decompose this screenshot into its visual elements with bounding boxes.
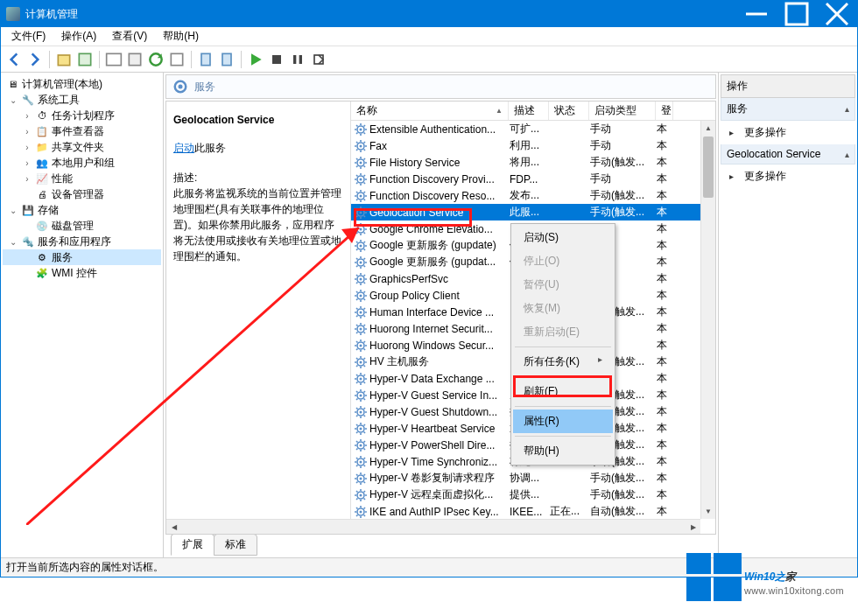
tree-system-tools[interactable]: ⌄🔧系统工具 (3, 92, 161, 108)
nav-tree[interactable]: 🖥计算机管理(本地) ⌄🔧系统工具 ›⏱任务计划程序 ›📋事件查看器 ›📁共享文… (1, 73, 164, 557)
svg-line-236 (356, 481, 358, 483)
tree-event-viewer[interactable]: ›📋事件查看器 (3, 123, 161, 139)
tab-standard[interactable]: 标准 (214, 534, 257, 556)
restart-button[interactable] (309, 50, 328, 69)
svg-point-219 (360, 460, 362, 463)
tree-services[interactable]: ⚙服务 (3, 249, 161, 265)
tree-performance[interactable]: ›📈性能 (3, 171, 161, 186)
properties-button[interactable] (75, 50, 95, 69)
back-button[interactable] (4, 50, 24, 69)
tree-root[interactable]: 🖥计算机管理(本地) (3, 76, 161, 92)
menu-view[interactable]: 查看(V) (105, 27, 154, 46)
service-row[interactable]: Hyper-V 远程桌面虚拟化...提供...手动(触发...本 (351, 486, 715, 503)
gear-icon (354, 372, 368, 386)
menu-file[interactable]: 文件(F) (4, 27, 53, 46)
col-status[interactable]: 状态 (549, 102, 589, 120)
horizontal-scrollbar[interactable]: ◀ ▶ (166, 519, 700, 534)
stop-button[interactable] (267, 50, 286, 69)
pause-button[interactable] (288, 50, 307, 69)
collapse-icon[interactable]: ⌄ (8, 95, 18, 105)
tree-disk-management[interactable]: 💿磁盘管理 (3, 218, 161, 234)
service-row[interactable]: Hyper-V 卷影复制请求程序协调...手动(触发...本 (351, 470, 715, 486)
tab-extended[interactable]: 扩展 (171, 534, 214, 556)
svg-rect-5 (79, 53, 90, 65)
tree-shared-folders[interactable]: ›📁共享文件夹 (3, 139, 161, 155)
tree-task-scheduler[interactable]: ›⏱任务计划程序 (3, 108, 161, 123)
actions-section-selected[interactable]: Geolocation Service▴ (721, 144, 855, 164)
tree-storage[interactable]: ⌄💾存储 (3, 202, 161, 218)
window-title: 计算机管理 (25, 7, 736, 22)
menu-help[interactable]: 帮助(H) (156, 27, 206, 46)
service-row[interactable]: Fax利用...手动本 (351, 137, 715, 154)
minimize-button[interactable] (736, 1, 777, 27)
cell-desc: IKEE... (510, 506, 550, 518)
expand-icon[interactable]: › (22, 143, 32, 152)
expand-icon[interactable]: › (22, 127, 32, 136)
gear-icon (354, 438, 368, 452)
expand-icon[interactable]: › (22, 158, 32, 168)
expand-icon[interactable]: › (22, 111, 32, 121)
scroll-up-icon[interactable]: ▲ (701, 121, 715, 136)
tree-local-users[interactable]: ›👥本地用户和组 (3, 155, 161, 171)
collapse-icon[interactable]: ⌄ (8, 206, 18, 215)
scroll-down-icon[interactable]: ▼ (701, 504, 715, 519)
ctx-refresh[interactable]: 刷新(F) (513, 380, 613, 403)
show-hide-button[interactable] (104, 50, 123, 69)
vertical-scrollbar[interactable]: ▲ ▼ (700, 121, 715, 519)
titlebar[interactable]: 计算机管理 (1, 1, 857, 27)
service-row[interactable]: Function Discovery Reso...发布...手动(触发...本 (351, 187, 715, 204)
toolbar-button[interactable] (196, 50, 215, 69)
svg-line-67 (364, 199, 366, 200)
col-startup[interactable]: 启动类型 (589, 102, 656, 120)
start-link[interactable]: 启动 (173, 142, 194, 154)
detail-desc: 此服务将监视系统的当前位置并管理地理围栏(具有关联事件的地理位置)。如果你禁用此… (173, 186, 343, 264)
svg-line-235 (364, 474, 366, 476)
list-header[interactable]: 名称▲ 描述 状态 启动类型 登 (351, 102, 715, 121)
actions-more-2[interactable]: 更多操作 (721, 164, 855, 188)
cell-name: Hyper-V Guest Shutdown... (369, 406, 510, 418)
scroll-thumb[interactable] (703, 136, 714, 198)
col-name[interactable]: 名称▲ (351, 102, 509, 120)
svg-line-254 (356, 508, 358, 509)
service-row[interactable]: Extensible Authentication...可扩...手动本 (351, 121, 715, 137)
gear-icon (354, 472, 368, 486)
toolbar-button[interactable] (217, 50, 236, 69)
svg-point-229 (360, 477, 362, 480)
cell-name: IKE and AuthIP IPsec Key... (369, 506, 510, 518)
menu-action[interactable]: 操作(A) (54, 27, 103, 46)
service-row[interactable]: IKE and AuthIP IPsec Key...IKEE...正在...自… (351, 503, 715, 520)
cell-startup: 手动 (590, 138, 657, 153)
refresh-button[interactable] (146, 50, 165, 69)
ctx-restart: 重新启动(E) (513, 320, 613, 344)
svg-point-239 (360, 494, 362, 496)
ctx-start[interactable]: 启动(S) (513, 226, 613, 249)
actions-more-1[interactable]: 更多操作 (721, 121, 855, 144)
scroll-right-icon[interactable]: ▶ (686, 520, 700, 534)
tree-wmi-control[interactable]: 🧩WMI 控件 (3, 265, 161, 281)
scroll-left-icon[interactable]: ◀ (166, 520, 181, 534)
close-button[interactable] (817, 1, 857, 27)
service-row[interactable]: Geolocation Service此服...手动(触发...本 (351, 204, 715, 220)
service-row[interactable]: File History Service将用...手动(触发...本 (351, 154, 715, 171)
up-button[interactable] (54, 50, 74, 69)
context-menu[interactable]: 启动(S) 停止(O) 暂停(U) 恢复(M) 重新启动(E) 所有任务(K)▸… (510, 223, 615, 466)
cell-logon: 本 (657, 404, 674, 419)
actions-section-services[interactable]: 服务▴ (721, 98, 855, 121)
ctx-properties[interactable]: 属性(R) (513, 410, 613, 433)
play-button[interactable] (246, 50, 265, 69)
expand-icon[interactable]: › (22, 174, 32, 184)
help-button[interactable] (167, 50, 186, 69)
col-logon[interactable]: 登 (656, 102, 673, 120)
export-button[interactable] (125, 50, 144, 69)
collapse-icon[interactable]: ⌄ (8, 237, 18, 247)
tree-device-manager[interactable]: 🖨设备管理器 (3, 186, 161, 202)
maximize-button[interactable] (777, 1, 817, 27)
ctx-alltasks[interactable]: 所有任务(K)▸ (513, 350, 613, 374)
service-row[interactable]: Function Discovery Provi...FDP...手动本 (351, 171, 715, 187)
col-desc[interactable]: 描述 (509, 102, 549, 120)
forward-button[interactable] (25, 50, 45, 69)
svg-line-95 (364, 242, 366, 243)
tree-services-apps[interactable]: ⌄🔩服务和应用程序 (3, 234, 161, 249)
ctx-help[interactable]: 帮助(H) (513, 439, 613, 463)
gear-icon (354, 405, 368, 419)
